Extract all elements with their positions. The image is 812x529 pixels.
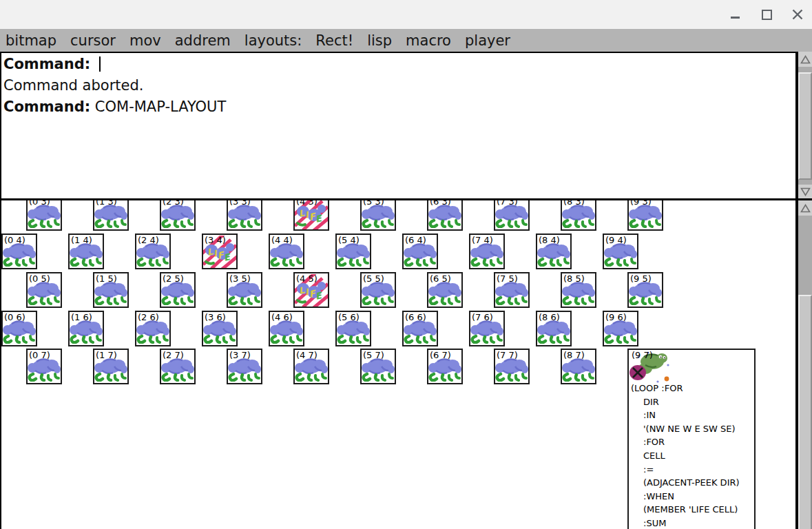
map-cell-7-6[interactable]: (7 6): [469, 311, 505, 346]
cell-coordinate-label: (7 4): [472, 235, 493, 245]
map-cell-7-3[interactable]: (7 3): [494, 200, 530, 231]
map-cell-8-6[interactable]: (8 6): [536, 311, 572, 346]
map-cell-2-7[interactable]: (2 7): [160, 349, 196, 384]
map-cell-0-5[interactable]: (0 5): [26, 272, 62, 308]
command-scrollbar[interactable]: [797, 52, 812, 198]
command-panel[interactable]: Command: Command aborted.Command: COM-MA…: [0, 52, 797, 198]
map-cell-8-3[interactable]: (8 3): [561, 200, 596, 231]
bug-sprite-icon: [69, 319, 103, 346]
map-cell-9-7[interactable]: (9 7) (LOOP :FORDIR:IN'(NW NE W E SW SE)…: [627, 349, 756, 529]
map-cell-9-3[interactable]: (9 3): [627, 200, 663, 231]
bug-sprite-icon: [603, 242, 638, 269]
menu-item-bitmap[interactable]: bitmap: [6, 32, 56, 49]
map-cell-4-4[interactable]: (4 4): [269, 234, 304, 269]
map-cell-1-3[interactable]: (1 3): [93, 200, 129, 231]
map-cell-6-7[interactable]: (6 7): [427, 349, 463, 384]
map-cell-2-4[interactable]: (2 4): [135, 234, 171, 269]
up-arrow-icon: [800, 55, 811, 64]
map-cell-0-7[interactable]: (0 7): [26, 349, 62, 384]
cell-coordinate-label: (9 5): [630, 273, 652, 284]
map-cell-8-5[interactable]: (8 5): [561, 272, 596, 308]
cell-coordinate-label: (5 3): [363, 200, 384, 207]
bug-sprite-icon: [428, 203, 462, 231]
bug-sprite-icon: [403, 319, 437, 346]
minimize-button[interactable]: [729, 8, 742, 21]
map-cell-6-3[interactable]: (6 3): [427, 200, 463, 231]
map-cell-5-4[interactable]: (5 4): [335, 234, 371, 269]
cell-coordinate-label: (3 6): [205, 312, 226, 322]
map-cell-5-6[interactable]: (5 6): [335, 311, 371, 346]
map-cell-3-7[interactable]: (3 7): [227, 349, 262, 384]
map-scroll-up-button[interactable]: [798, 200, 812, 216]
menu-item-mov[interactable]: mov: [129, 32, 161, 49]
command-scroll-up-button[interactable]: [798, 52, 812, 67]
map-cell-4-6[interactable]: (4 6): [269, 311, 304, 346]
cell-coordinate-label: (0 3): [29, 200, 50, 207]
lisp-code-line: CELL: [631, 449, 753, 463]
map-cell-1-4[interactable]: (1 4): [68, 234, 104, 269]
map-cell-1-6[interactable]: (1 6): [68, 311, 104, 346]
cell-coordinate-label: (2 5): [163, 273, 184, 284]
map-cell-2-3[interactable]: (2 3): [160, 200, 196, 231]
map-cell-5-5[interactable]: (5 5): [360, 272, 396, 308]
map-cell-4-7[interactable]: (4 7): [293, 349, 329, 384]
cell-coordinate-label: (9 3): [630, 200, 652, 207]
map-cell-7-4[interactable]: (7 4): [469, 234, 505, 269]
bug-sprite-icon: [94, 280, 128, 308]
command-scrollbar-thumb[interactable]: [798, 72, 812, 180]
window-controls: [729, 0, 804, 29]
command-scroll-down-button[interactable]: [798, 185, 812, 198]
bug-sprite-icon: [361, 357, 395, 384]
map-cell-3-3[interactable]: (3 3): [227, 200, 262, 231]
cell-coordinate-label: (6 6): [405, 312, 426, 322]
menu-item-layouts[interactable]: layouts:: [244, 32, 302, 49]
map-cell-8-4[interactable]: (8 4): [536, 234, 572, 269]
map-cell-1-7[interactable]: (1 7): [93, 349, 129, 384]
menu-item-cursor[interactable]: cursor: [70, 32, 116, 49]
close-button[interactable]: [791, 8, 804, 21]
command-input-line[interactable]: Command:: [3, 54, 795, 75]
lisp-code-line: :IN: [631, 408, 753, 422]
cell-coordinate-label: (5 7): [363, 350, 384, 360]
map-cell-3-5[interactable]: (3 5): [227, 272, 262, 308]
menubar: bitmapcursormovaddremlayouts:Rect!lispma…: [0, 29, 812, 52]
map-cell-0-6[interactable]: (0 6): [1, 311, 37, 346]
menu-item-addrem[interactable]: addrem: [175, 32, 231, 49]
text-cursor: [99, 56, 101, 72]
bug-sprite-icon: [336, 319, 371, 346]
bug-sprite-icon: [537, 242, 571, 269]
map-cell-5-3[interactable]: (5 3): [360, 200, 396, 231]
map-cell-0-3[interactable]: (0 3): [26, 200, 62, 231]
map-scrollbar[interactable]: [797, 200, 812, 529]
map-cell-3-6[interactable]: (3 6): [202, 311, 238, 346]
map-cell-2-5[interactable]: (2 5): [160, 272, 196, 308]
cell-coordinate-label: (6 4): [405, 235, 426, 245]
map-cell-6-5[interactable]: (6 5): [427, 272, 463, 308]
command-text: COM-MAP-LAYOUT: [95, 98, 226, 115]
map-cell-5-7[interactable]: (5 7): [360, 349, 396, 384]
map-cell-7-7[interactable]: (7 7): [494, 349, 530, 384]
bug-sprite-icon: [470, 242, 504, 269]
map-cell-6-4[interactable]: (6 4): [402, 234, 438, 269]
map-cell-9-4[interactable]: (9 4): [603, 234, 638, 269]
menu-item-player[interactable]: player: [465, 32, 510, 49]
menu-item-macro[interactable]: macro: [406, 32, 451, 49]
titlebar[interactable]: [0, 0, 812, 29]
menu-item-lisp[interactable]: lisp: [367, 32, 392, 49]
map-cell-2-6[interactable]: (2 6): [135, 311, 171, 346]
map-cell-7-5[interactable]: (7 5): [494, 272, 530, 308]
cell-coordinate-label: (7 5): [497, 273, 518, 284]
map-cell-6-6[interactable]: (6 6): [402, 311, 438, 346]
map-scrollbar-thumb[interactable]: [798, 295, 812, 529]
maximize-button[interactable]: [760, 8, 773, 21]
map-cell-4-5[interactable]: LIFE(4 5): [293, 272, 329, 308]
map-cell-1-5[interactable]: (1 5): [93, 272, 129, 308]
map-cell-9-6[interactable]: (9 6): [603, 311, 638, 346]
map-cell-4-3[interactable]: LIFE(4 3): [293, 200, 329, 231]
map-cell-0-4[interactable]: (0 4): [1, 234, 37, 269]
map-cell-3-4[interactable]: LIFE(3 4): [202, 234, 238, 269]
map-cell-9-5[interactable]: (9 5): [627, 272, 663, 308]
cell-coordinate-label: (9 4): [605, 235, 627, 245]
map-cell-8-7[interactable]: (8 7): [561, 349, 596, 384]
menu-item-rect[interactable]: Rect!: [315, 32, 353, 49]
